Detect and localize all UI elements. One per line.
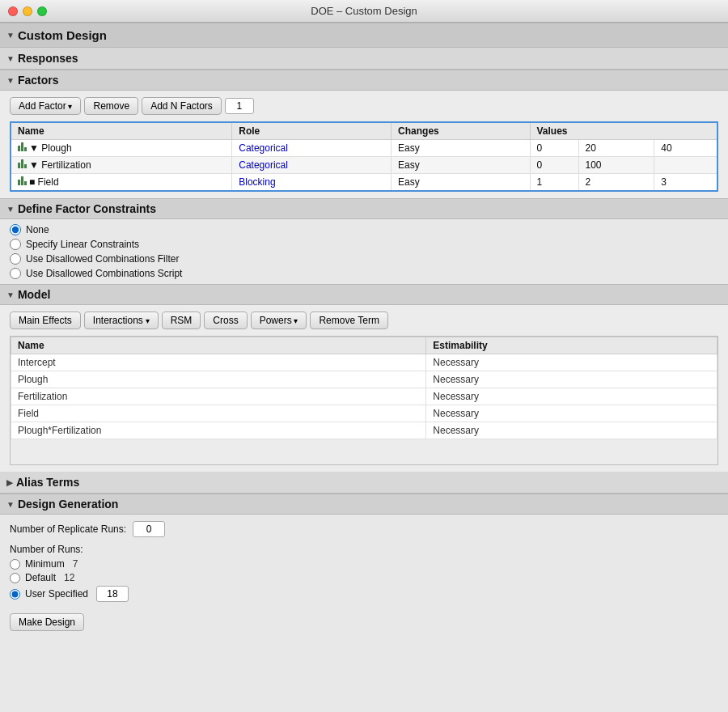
- model-table-container: Name Estimability Intercept Necessary Pl…: [10, 336, 718, 465]
- model-row-estimability: Necessary: [426, 354, 717, 371]
- radio-filter-label: Use Disallowed Combinations Filter: [26, 253, 179, 265]
- model-row-estimability: Necessary: [426, 422, 717, 439]
- radio-linear-input[interactable]: [10, 239, 21, 250]
- factor-val1: 1: [530, 174, 578, 192]
- model-row-name: Intercept: [11, 354, 426, 371]
- factors-collapse-triangle[interactable]: ▼: [6, 76, 15, 85]
- cross-button[interactable]: Cross: [204, 312, 247, 329]
- run-minimum-radio[interactable]: [10, 559, 20, 570]
- model-row-name: Field: [11, 405, 426, 422]
- col-values: Values: [530, 122, 717, 140]
- number-of-runs-label: Number of Runs:: [10, 544, 718, 555]
- radio-script-input[interactable]: [10, 268, 21, 279]
- table-row[interactable]: ■ Field Blocking Easy 1 2 3: [11, 174, 717, 192]
- factor-role: Categorical: [232, 157, 392, 174]
- design-gen-label: Design Generation: [18, 498, 118, 511]
- responses-label: Responses: [18, 52, 78, 65]
- main-effects-button[interactable]: Main Effects: [10, 312, 81, 329]
- run-default-radio[interactable]: [10, 573, 20, 583]
- model-table-row[interactable]: Plough Necessary: [11, 371, 717, 388]
- responses-collapse-triangle[interactable]: ▼: [6, 54, 15, 63]
- run-option-default[interactable]: Default 12: [10, 572, 718, 583]
- window-title: DOE – Custom Design: [311, 5, 417, 17]
- radio-none[interactable]: None: [10, 224, 718, 235]
- run-option-minimum[interactable]: Minimum 7: [10, 558, 718, 570]
- minimize-button[interactable]: [23, 6, 32, 16]
- n-factors-input[interactable]: [225, 98, 254, 114]
- design-gen-content: Number of Replicate Runs: Number of Runs…: [0, 515, 728, 638]
- make-design-button[interactable]: Make Design: [10, 613, 84, 631]
- model-triangle[interactable]: ▼: [6, 290, 15, 299]
- model-row-estimability: Necessary: [426, 405, 717, 422]
- factor-val3: 40: [654, 140, 717, 157]
- blocking-icon: [18, 176, 27, 185]
- user-specified-input[interactable]: [96, 586, 129, 602]
- run-user-specified-radio[interactable]: [10, 589, 20, 600]
- factor-name: ■ Field: [11, 174, 232, 192]
- radio-filter-input[interactable]: [10, 253, 21, 265]
- model-row-estimability: Necessary: [426, 388, 717, 405]
- model-table-row[interactable]: Plough*Fertilization Necessary: [11, 422, 717, 439]
- model-row-name: Fertilization: [11, 388, 426, 405]
- run-default-value: 12: [64, 572, 74, 583]
- factor-changes: Easy: [392, 140, 530, 157]
- factors-content: Add Factor Remove Add N Factors Name Rol…: [0, 91, 728, 198]
- model-content: Main Effects Interactions RSM Cross Powe…: [0, 305, 728, 472]
- radio-none-input[interactable]: [10, 224, 21, 235]
- factor-val3: [654, 157, 717, 174]
- factor-name: ▼ Fertilization: [11, 157, 232, 174]
- replicate-runs-row: Number of Replicate Runs:: [10, 521, 718, 537]
- responses-section: ▼ Responses: [0, 48, 728, 70]
- factor-val2: 100: [578, 157, 654, 174]
- model-label: Model: [18, 288, 50, 301]
- model-col-estimability: Estimability: [426, 337, 717, 354]
- col-name: Name: [11, 122, 232, 140]
- titlebar: DOE – Custom Design: [0, 0, 728, 23]
- replicate-runs-label: Number of Replicate Runs:: [10, 523, 126, 535]
- factors-table: Name Role Changes Values ▼ Plough Ca: [10, 121, 718, 192]
- table-row[interactable]: ▼ Plough Categorical Easy 0 20 40: [11, 140, 717, 157]
- radio-disallowed-script[interactable]: Use Disallowed Combinations Script: [10, 268, 718, 279]
- run-option-user-specified[interactable]: User Specified: [10, 586, 718, 602]
- run-user-specified-label: User Specified: [25, 588, 88, 600]
- constraints-triangle[interactable]: ▼: [6, 205, 15, 214]
- powers-button[interactable]: Powers: [251, 312, 307, 329]
- alias-terms-label: Alias Terms: [16, 476, 79, 489]
- rsm-button[interactable]: RSM: [162, 312, 201, 329]
- model-table: Name Estimability Intercept Necessary Pl…: [11, 337, 717, 439]
- model-table-row[interactable]: Field Necessary: [11, 405, 717, 422]
- custom-design-header: ▼ Custom Design: [0, 23, 728, 48]
- model-row-name: Plough*Fertilization: [11, 422, 426, 439]
- model-table-row[interactable]: Fertilization Necessary: [11, 388, 717, 405]
- factor-name: ▼ Plough: [11, 140, 232, 157]
- run-minimum-label: Minimum: [25, 558, 65, 570]
- collapse-triangle[interactable]: ▼: [6, 31, 15, 40]
- design-gen-header: ▼ Design Generation: [0, 494, 728, 515]
- alias-triangle[interactable]: ▶: [6, 478, 13, 487]
- factor-constraints-header: ▼ Define Factor Constraints: [0, 198, 728, 219]
- add-n-factors-button[interactable]: Add N Factors: [142, 97, 222, 115]
- radio-disallowed-filter[interactable]: Use Disallowed Combinations Filter: [10, 253, 718, 265]
- model-table-row[interactable]: Intercept Necessary: [11, 354, 717, 371]
- table-row[interactable]: ▼ Fertilization Categorical Easy 0 100: [11, 157, 717, 174]
- factors-section-header: ▼ Factors: [0, 70, 728, 91]
- factor-changes: Easy: [392, 157, 530, 174]
- radio-linear[interactable]: Specify Linear Constraints: [10, 239, 718, 250]
- replicate-runs-input[interactable]: [133, 521, 165, 537]
- add-factor-button[interactable]: Add Factor: [10, 97, 81, 115]
- maximize-button[interactable]: [37, 6, 47, 16]
- factors-label: Factors: [18, 74, 59, 87]
- categorical-icon: [18, 142, 27, 151]
- design-gen-triangle[interactable]: ▼: [6, 500, 15, 509]
- remove-term-button[interactable]: Remove Term: [310, 312, 387, 329]
- model-toolbar: Main Effects Interactions RSM Cross Powe…: [10, 312, 718, 329]
- custom-design-label: Custom Design: [18, 28, 107, 42]
- remove-button[interactable]: Remove: [84, 97, 138, 115]
- interactions-button[interactable]: Interactions: [84, 312, 159, 329]
- factor-val3: 3: [654, 174, 717, 192]
- col-role: Role: [232, 122, 392, 140]
- close-button[interactable]: [8, 6, 18, 16]
- constraints-radio-group: None Specify Linear Constraints Use Disa…: [0, 219, 728, 284]
- run-minimum-value: 7: [73, 558, 78, 570]
- factor-changes: Easy: [392, 174, 530, 192]
